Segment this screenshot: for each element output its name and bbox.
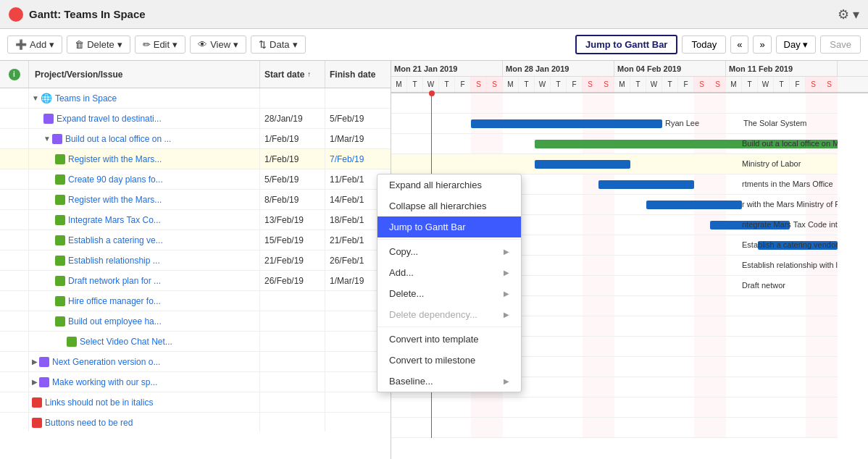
gantt-row[interactable] [391, 93, 838, 114]
context-menu-item[interactable]: Baseline...▶ [377, 371, 521, 392]
gantt-row[interactable]: Build out a local office on Mars [391, 134, 838, 154]
day-view-button[interactable]: Day ▾ [776, 35, 817, 54]
row-issue[interactable]: Establish relationship ... [29, 250, 260, 270]
issue-label[interactable]: Next Generation version o... [52, 357, 160, 367]
gantt-row[interactable] [391, 397, 838, 418]
gantt-day: W [535, 77, 551, 92]
gantt-bar[interactable] [471, 119, 662, 128]
green-issue-icon [55, 276, 65, 286]
issue-label[interactable]: Register with the Mars... [68, 195, 162, 205]
context-menu-item[interactable]: Convert into template [377, 329, 521, 350]
expand-icon[interactable]: ▶ [32, 358, 38, 366]
green-issue-icon [55, 215, 65, 225]
jump-to-gantt-bar-button[interactable]: Jump to Gantt Bar [575, 35, 677, 54]
context-menu-item[interactable]: Copy...▶ [377, 241, 521, 262]
issue-label[interactable]: Draft network plan for ... [68, 276, 161, 286]
issue-label[interactable]: Links should not be in italics [45, 397, 153, 408]
save-button[interactable]: Save [820, 35, 861, 54]
row-issue[interactable]: Hire office manager fo... [29, 291, 260, 311]
issue-label[interactable]: Make working with our sp... [52, 377, 157, 387]
row-issue[interactable]: Links should not be in italics [29, 392, 260, 412]
table-row[interactable]: ▶Make working with our sp... [0, 372, 391, 392]
expand-icon[interactable]: ▼ [32, 94, 39, 102]
row-issue[interactable]: Expand travel to destinati... [29, 109, 260, 128]
row-issue[interactable]: ▶Next Generation version o... [29, 352, 260, 371]
delete-button[interactable]: 🗑 Delete ▾ [67, 35, 130, 54]
table-row[interactable]: Build out employee ha... [0, 311, 391, 332]
context-menu-item[interactable]: Collapse all hierarchies [377, 195, 521, 216]
view-button[interactable]: 👁 View ▾ [190, 35, 246, 54]
col-issue-header[interactable]: Project/Version/Issue [29, 61, 260, 88]
gantt-bar[interactable] [598, 180, 694, 189]
row-start [260, 332, 325, 351]
row-issue[interactable]: Establish a catering ve... [29, 230, 260, 250]
table-row[interactable]: Register with the Mars...8/Feb/1914/Feb/… [0, 190, 391, 210]
issue-label[interactable]: Integrate Mars Tax Co... [68, 215, 161, 225]
issue-label[interactable]: Teams in Space [55, 93, 117, 104]
data-button[interactable]: ⇅ Data ▾ [251, 35, 305, 54]
row-issue[interactable]: Buttons need to be red [29, 413, 260, 431]
row-start [260, 291, 325, 311]
table-row[interactable]: ▶Next Generation version o... [0, 352, 391, 372]
view-chevron-icon: ▾ [233, 39, 238, 50]
table-row[interactable]: Expand travel to destinati...28/Jan/195/… [0, 109, 391, 129]
context-menu-item[interactable]: Add...▶ [377, 262, 521, 283]
edit-button[interactable]: ✏ Edit ▾ [135, 35, 185, 54]
expand-icon[interactable]: ▼ [43, 135, 51, 143]
table-row[interactable]: Hire office manager fo... [0, 291, 391, 311]
next-button[interactable]: » [753, 35, 771, 54]
issue-label[interactable]: Select Video Chat Net... [80, 337, 172, 347]
row-issue[interactable]: ▶Make working with our sp... [29, 372, 260, 392]
issue-label[interactable]: Hire office manager fo... [68, 296, 161, 306]
table-row[interactable]: Links should not be in italics [0, 392, 391, 413]
col-start-header[interactable]: Start date ↑ [260, 61, 325, 88]
table-row[interactable]: Draft network plan for ...26/Feb/191/Mar… [0, 271, 391, 291]
table-row[interactable]: ▼Build out a local office on ...1/Feb/19… [0, 129, 391, 149]
table-row[interactable]: Register with the Mars...1/Feb/197/Feb/1… [0, 149, 391, 169]
table-row[interactable]: Integrate Mars Tax Co...13/Feb/1918/Feb/… [0, 210, 391, 230]
expand-icon[interactable]: ▶ [32, 378, 38, 386]
issue-label[interactable]: Create 90 day plans fo... [68, 174, 163, 185]
issue-label[interactable]: Register with the Mars... [68, 154, 162, 164]
issue-label[interactable]: Build out employee ha... [68, 316, 162, 327]
gantt-row[interactable]: Ministry of Labor [391, 154, 838, 174]
table-row[interactable]: Establish relationship ...21/Feb/1926/Fe… [0, 250, 391, 271]
table-row[interactable]: Select Video Chat Net... [0, 332, 391, 352]
col-finish-header[interactable]: Finish date [325, 61, 391, 88]
table-row[interactable]: Buttons need to be red [0, 413, 391, 431]
context-menu-item[interactable]: Convert to milestone [377, 350, 521, 371]
row-issue[interactable]: Build out employee ha... [29, 311, 260, 331]
gantt-row[interactable] [391, 418, 838, 438]
today-button[interactable]: Today [682, 35, 726, 54]
gantt-label: The Solar System [743, 119, 806, 127]
gantt-bar[interactable] [646, 201, 742, 209]
issue-label[interactable]: Build out a local office on ... [65, 134, 172, 144]
context-menu-item[interactable]: Jump to Gantt Bar [377, 216, 521, 237]
context-menu-item[interactable]: Delete...▶ [377, 283, 521, 304]
issue-label[interactable]: Buttons need to be red [45, 418, 133, 428]
settings-icon[interactable]: ⚙ ▾ [838, 7, 859, 22]
data-chevron-icon: ▾ [293, 39, 298, 50]
gantt-row[interactable]: The Solar SystemRyan Lee [391, 114, 838, 134]
issue-label[interactable]: Expand travel to destinati... [57, 114, 162, 124]
context-menu-item[interactable]: Expand all hierarchies [377, 174, 521, 195]
add-button[interactable]: ➕ Add ▾ [7, 35, 62, 54]
row-issue[interactable]: Create 90 day plans fo... [29, 169, 260, 189]
issue-label[interactable]: Establish relationship ... [68, 256, 160, 266]
day-chevron-icon: ▾ [803, 39, 808, 50]
prev-button[interactable]: « [730, 35, 748, 54]
row-issue[interactable]: ▼Build out a local office on ... [29, 129, 260, 148]
row-issue[interactable]: Draft network plan for ... [29, 271, 260, 290]
row-issue[interactable]: Register with the Mars... [29, 190, 260, 209]
table-header: i Project/Version/Issue Start date ↑ Fin… [0, 61, 391, 88]
gantt-bar[interactable] [535, 160, 630, 169]
table-row[interactable]: Establish a catering ve...15/Feb/1921/Fe… [0, 230, 391, 250]
table-row[interactable]: Create 90 day plans fo...5/Feb/1911/Feb/… [0, 169, 391, 190]
row-issue[interactable]: Register with the Mars... [29, 149, 260, 169]
row-issue[interactable]: ▼🌐Teams in Space [29, 88, 260, 108]
row-issue[interactable]: Integrate Mars Tax Co... [29, 210, 260, 230]
row-issue[interactable]: Select Video Chat Net... [29, 332, 260, 351]
table-row[interactable]: ▼🌐Teams in Space [0, 88, 391, 109]
gantt-day: S [710, 77, 726, 92]
issue-label[interactable]: Establish a catering ve... [68, 235, 163, 245]
